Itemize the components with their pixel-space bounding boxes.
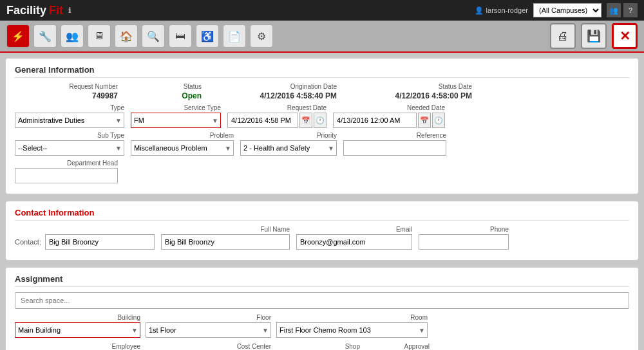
needed-date-wrap: 📅 🕐 (333, 113, 445, 128)
employee-group: Employee Berman, Robert ▼ (15, 343, 140, 350)
full-name-input[interactable] (161, 234, 290, 250)
type-group: Type Administrative Duties ▼ (15, 104, 124, 128)
floor-select[interactable]: 1st Floor (146, 322, 271, 338)
reference-group: Reference (343, 132, 446, 156)
app-header: FacilityFit ℹ 👤 larson-rodger (All Campu… (0, 0, 644, 21)
type-select-wrap: Administrative Duties ▼ (15, 113, 124, 128)
toolbar-right: 🖨 💾 ✕ (550, 23, 638, 49)
sub-type-select[interactable]: --Select-- (15, 140, 124, 156)
room-select[interactable]: First Floor Chemo Room 103 (276, 322, 428, 338)
building-select[interactable]: Main Building (15, 322, 140, 338)
dept-head-label: Department Head (15, 160, 118, 167)
origination-date-label: Origination Date (208, 83, 337, 90)
type-select[interactable]: Administrative Duties (15, 113, 124, 128)
phone-input[interactable] (419, 234, 509, 250)
print-button[interactable]: 🖨 (550, 23, 576, 49)
dept-head-input[interactable] (15, 168, 118, 183)
settings-toolbar-icon[interactable]: ⚙ (250, 24, 273, 48)
request-number-group: Request Number 749987 (15, 83, 118, 100)
reference-label: Reference (343, 132, 446, 139)
email-group: Email (296, 226, 412, 250)
approval-group: Approval (365, 343, 430, 350)
logo-facility: Facility (6, 4, 46, 17)
service-type-group: Service Type FM ▼ (131, 104, 221, 128)
logo-fit: Fit (49, 4, 63, 17)
type-label: Type (15, 104, 124, 111)
search-space-input[interactable] (15, 292, 629, 309)
document-toolbar-icon[interactable]: 📄 (223, 24, 246, 48)
monitor-toolbar-icon[interactable]: 🖥 (88, 24, 111, 48)
needed-date-calendar-icon[interactable]: 📅 (418, 113, 431, 128)
status-group: Status Open (124, 83, 202, 100)
contact-label: Contact: (15, 238, 41, 246)
request-date-clock-icon[interactable]: 🕐 (314, 113, 327, 128)
cost-center-group: Cost Center --Select-- ▼ (146, 343, 271, 350)
email-input[interactable] (296, 234, 412, 250)
sub-type-label: Sub Type (15, 132, 124, 139)
cost-center-label: Cost Center (146, 343, 271, 350)
needed-date-input[interactable] (333, 113, 417, 128)
problem-label: Problem (131, 132, 234, 139)
phone-label: Phone (419, 226, 509, 233)
request-date-wrap: 📅 🕐 (227, 113, 327, 128)
origination-date-group: Origination Date 4/12/2016 4:58:40 PM (208, 83, 337, 100)
assignment-title: Assignment (15, 274, 629, 287)
bed-toolbar-icon[interactable]: 🛏 (169, 24, 192, 48)
contact-row-1: Contact: Full Name Email Phone (15, 226, 629, 250)
request-date-input[interactable] (227, 113, 298, 128)
toolbar-left: ⚡ 🔧 👥 🖥 🏠 🔍 🛏 ♿ 📄 ⚙ (6, 24, 273, 48)
employee-row: Employee Berman, Robert ▼ Cost Center --… (15, 343, 629, 350)
request-date-label: Request Date (227, 104, 327, 111)
assignment-section: Assignment Building Main Building ▼ Floo… (5, 267, 639, 350)
full-name-label: Full Name (161, 226, 290, 233)
building-label: Building (15, 314, 140, 321)
general-row-2: Type Administrative Duties ▼ Service Typ… (15, 104, 629, 128)
phone-group: Phone (419, 226, 509, 250)
status-value: Open (124, 91, 202, 100)
wrench-toolbar-icon[interactable]: 🔧 (33, 24, 57, 48)
shop-group: Shop --Select-- ▼ (276, 343, 360, 350)
general-info-title: General Information (15, 65, 629, 78)
user-icon: 👤 (475, 6, 484, 15)
lightning-toolbar-icon[interactable]: ⚡ (6, 24, 30, 48)
search-toolbar-icon[interactable]: 🔍 (142, 24, 165, 48)
contact-group: Contact: (15, 234, 155, 250)
problem-select[interactable]: Miscellaneous Problem (131, 140, 234, 156)
people-toolbar-icon[interactable]: 👥 (61, 24, 84, 48)
priority-label: Priority (240, 132, 337, 139)
approval-label: Approval (365, 343, 430, 350)
username-label: larson-rodger (486, 6, 528, 14)
contact-input[interactable] (45, 234, 155, 250)
building-group: Building Main Building ▼ (15, 314, 140, 338)
close-button[interactable]: ✕ (612, 23, 638, 49)
problem-select-wrap: Miscellaneous Problem ▼ (131, 140, 234, 156)
save-button[interactable]: 💾 (581, 23, 607, 49)
shop-label: Shop (276, 343, 360, 350)
room-group: Room First Floor Chemo Room 103 ▼ (276, 314, 428, 338)
floor-group: Floor 1st Floor ▼ (146, 314, 271, 338)
group-icon-btn[interactable]: 👥 (607, 3, 621, 17)
employee-label: Employee (15, 343, 140, 350)
contact-info-title: Contact Information (15, 208, 629, 221)
campus-dropdown[interactable]: (All Campuses) (533, 3, 601, 17)
service-type-select-wrap: FM ▼ (131, 113, 221, 128)
home-toolbar-icon[interactable]: 🏠 (115, 24, 138, 48)
accessibility-toolbar-icon[interactable]: ♿ (196, 24, 219, 48)
service-type-select[interactable]: FM (131, 113, 221, 128)
needed-date-clock-icon[interactable]: 🕐 (432, 113, 445, 128)
general-row-3: Sub Type --Select-- ▼ Problem Miscellane… (15, 132, 629, 156)
toolbar: ⚡ 🔧 👥 🖥 🏠 🔍 🛏 ♿ 📄 ⚙ 🖨 💾 ✕ (0, 21, 644, 53)
general-info-section: General Information Request Number 74998… (5, 58, 639, 194)
help-icon-btn[interactable]: ? (623, 3, 638, 17)
full-name-group: Full Name (161, 226, 290, 250)
priority-select-wrap: 2 - Health and Safety ▼ (240, 140, 337, 156)
request-date-calendar-icon[interactable]: 📅 (299, 113, 312, 128)
status-label: Status (124, 83, 202, 90)
floor-select-wrap: 1st Floor ▼ (146, 322, 271, 338)
priority-select[interactable]: 2 - Health and Safety (240, 140, 337, 156)
main-content: General Information Request Number 74998… (0, 53, 644, 350)
reference-input[interactable] (343, 140, 446, 156)
service-type-label: Service Type (131, 104, 221, 111)
request-number-value: 749987 (15, 91, 118, 100)
email-label: Email (296, 226, 412, 233)
